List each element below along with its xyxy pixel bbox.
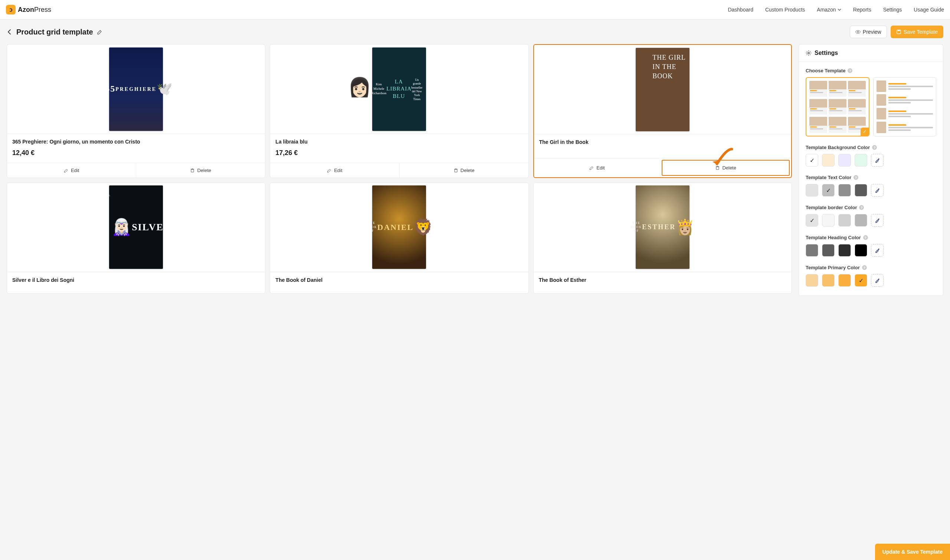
product-card[interactable]: THE BOOK OFDANIEL🦁 The Book of Daniel: [270, 183, 529, 294]
pencil-icon: [64, 168, 69, 173]
book-cover-icon: 👩🏻Kim Michele RichardsonLA LIBRAIA BLUUn…: [372, 48, 426, 131]
nav-usage-guide[interactable]: Usage Guide: [914, 7, 944, 12]
color-picker-button[interactable]: [871, 214, 884, 226]
delete-button-highlighted[interactable]: Delete: [662, 160, 790, 176]
main-nav: Dashboard Custom Products Amazon Reports…: [728, 7, 944, 12]
settings-header: Settings: [799, 45, 943, 62]
edit-title-icon[interactable]: [97, 29, 103, 35]
product-card-selected[interactable]: THE GIRLIN THEBOOK The Girl in the Book …: [533, 44, 792, 178]
product-grid: 365PREGHIERE🕊️ 365 Preghiere: Ogni giorn…: [7, 44, 792, 294]
heading-color-block: Template Heading Color?: [806, 235, 936, 257]
nav-reports[interactable]: Reports: [853, 7, 871, 12]
help-icon[interactable]: ?: [859, 205, 864, 210]
color-swatch[interactable]: [822, 274, 834, 287]
color-swatch[interactable]: [806, 244, 818, 257]
back-arrow-icon[interactable]: [7, 29, 12, 35]
help-icon[interactable]: ?: [862, 265, 867, 270]
product-title: The Book of Daniel: [275, 277, 523, 284]
brand-name-suffix: Press: [34, 6, 51, 13]
template-option-grid[interactable]: [806, 77, 870, 137]
help-icon[interactable]: ?: [853, 175, 858, 180]
svg-rect-3: [898, 30, 899, 31]
product-title: La libraia blu: [275, 138, 523, 145]
color-swatch[interactable]: [838, 274, 851, 287]
product-title: The Girl in the Book: [539, 139, 786, 146]
color-swatch[interactable]: ✓: [806, 214, 818, 226]
save-template-button[interactable]: Save Template: [891, 26, 943, 38]
color-picker-button[interactable]: [871, 274, 884, 287]
top-navbar: כ AzonPress Dashboard Custom Products Am…: [0, 0, 950, 20]
book-cover-icon: THE BOOK OFESTHER👸🏼: [636, 185, 689, 269]
color-swatch[interactable]: [838, 184, 851, 197]
help-icon[interactable]: ?: [872, 145, 877, 150]
product-title: The Book of Esther: [539, 277, 787, 284]
color-swatch[interactable]: [854, 244, 867, 257]
edit-button[interactable]: Edit: [270, 163, 399, 178]
color-swatch[interactable]: [854, 184, 867, 197]
product-card[interactable]: 365PREGHIERE🕊️ 365 Preghiere: Ogni giorn…: [7, 44, 265, 178]
color-picker-button[interactable]: [871, 154, 884, 166]
trash-icon: [453, 168, 458, 173]
primary-color-block: Template Primary Color? ✓: [806, 265, 936, 287]
edit-button[interactable]: Edit: [534, 158, 660, 177]
chevron-down-icon: [837, 8, 841, 11]
workspace: 365PREGHIERE🕊️ 365 Preghiere: Ogni giorn…: [0, 44, 950, 311]
color-swatch[interactable]: ✓: [806, 154, 818, 166]
color-swatch[interactable]: [838, 154, 851, 166]
delete-button[interactable]: Delete: [399, 163, 529, 178]
nav-amazon[interactable]: Amazon: [817, 7, 841, 12]
color-swatch[interactable]: [806, 274, 818, 287]
text-color-swatches: ✓: [806, 184, 936, 197]
eyedropper-icon: [874, 278, 880, 283]
color-swatch[interactable]: [854, 154, 867, 166]
color-picker-button[interactable]: [871, 184, 884, 197]
product-price: 12,40 €: [12, 149, 260, 157]
eye-icon: [855, 29, 861, 34]
product-card[interactable]: 👩🏻Kim Michele RichardsonLA LIBRAIA BLUUn…: [270, 44, 529, 178]
color-swatch[interactable]: [838, 214, 851, 226]
color-swatch[interactable]: ✓: [854, 274, 867, 287]
nav-settings[interactable]: Settings: [883, 7, 902, 12]
template-option-list[interactable]: [873, 77, 936, 137]
bg-color-block: Template Background Color? ✓: [806, 145, 936, 166]
nav-custom-products[interactable]: Custom Products: [765, 7, 805, 12]
product-thumbnail: AMAZON ORIGINAL🧝🏻‍♀️SILVERE IL LIBRO DEI…: [7, 183, 265, 272]
choose-template-block: Choose Template?: [806, 68, 936, 137]
svg-point-4: [808, 52, 810, 54]
eyedropper-icon: [874, 158, 880, 163]
color-swatch[interactable]: [822, 214, 834, 226]
border-color-swatches: ✓: [806, 214, 936, 226]
product-card[interactable]: AMAZON ORIGINAL🧝🏻‍♀️SILVERE IL LIBRO DEI…: [7, 183, 265, 294]
brand-logo-icon: כ: [6, 5, 15, 14]
eyedropper-icon: [874, 188, 880, 193]
color-swatch[interactable]: ✓: [822, 184, 834, 197]
product-thumbnail: 365PREGHIERE🕊️: [7, 45, 265, 134]
product-price: 17,26 €: [275, 149, 523, 157]
delete-button[interactable]: Delete: [136, 163, 265, 178]
heading-color-swatches: [806, 244, 936, 257]
page-header: Product grid template Preview Save Templ…: [0, 20, 950, 44]
book-cover-icon: THE GIRLIN THEBOOK: [636, 48, 689, 131]
settings-panel: Settings Choose Template?: [799, 44, 943, 296]
edit-button[interactable]: Edit: [7, 163, 136, 178]
help-icon[interactable]: ?: [863, 235, 868, 240]
help-icon[interactable]: ?: [848, 68, 853, 73]
product-thumbnail: THE GIRLIN THEBOOK: [534, 45, 791, 134]
color-picker-button[interactable]: [871, 244, 884, 257]
nav-dashboard[interactable]: Dashboard: [728, 7, 753, 12]
color-swatch[interactable]: [838, 244, 851, 257]
preview-button[interactable]: Preview: [850, 26, 887, 38]
brand-name-prefix: Azon: [18, 6, 34, 13]
eyedropper-icon: [874, 218, 880, 223]
color-swatch[interactable]: [854, 214, 867, 226]
color-swatch[interactable]: [806, 184, 818, 197]
color-swatch[interactable]: [822, 244, 834, 257]
brand: כ AzonPress: [6, 5, 51, 14]
border-color-block: Template border Color? ✓: [806, 205, 936, 226]
page-title: Product grid template: [16, 28, 93, 36]
bg-color-swatches: ✓: [806, 154, 936, 166]
color-swatch[interactable]: [822, 154, 834, 166]
book-cover-icon: AMAZON ORIGINAL🧝🏻‍♀️SILVERE IL LIBRO DEI…: [109, 185, 163, 269]
product-thumbnail: 👩🏻Kim Michele RichardsonLA LIBRAIA BLUUn…: [270, 45, 528, 134]
product-card[interactable]: THE BOOK OFESTHER👸🏼 The Book of Esther: [533, 183, 792, 294]
